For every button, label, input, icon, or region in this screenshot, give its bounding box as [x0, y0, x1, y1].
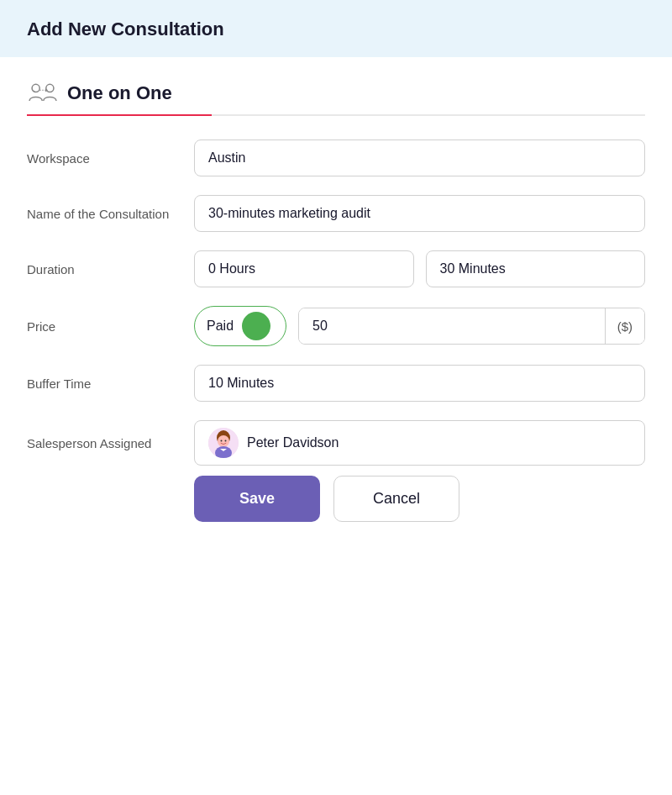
consultation-form: Workspace Name of the Consultation Durat… — [27, 140, 645, 466]
svg-point-6 — [218, 435, 229, 447]
tab-section: One on One — [27, 81, 645, 116]
salesperson-label: Salesperson Assigned — [27, 434, 174, 452]
salesperson-row: Salesperson Assigned — [27, 420, 645, 466]
consultation-name-input[interactable] — [194, 195, 645, 232]
page-title: Add New Consultation — [27, 18, 224, 39]
avatar — [208, 428, 239, 458]
consultation-name-row: Name of the Consultation — [27, 195, 645, 232]
one-on-one-icon — [27, 81, 59, 106]
workspace-row: Workspace — [27, 140, 645, 176]
price-row: Price Paid ($) — [27, 306, 645, 346]
tab-label: One on One — [67, 82, 172, 104]
actions-row: Save Cancel — [27, 476, 645, 522]
svg-point-1 — [46, 84, 54, 92]
duration-inputs — [194, 250, 645, 287]
salesperson-input-wrapper[interactable]: Peter Davidson — [194, 420, 645, 466]
price-amount-wrapper: ($) — [298, 308, 645, 345]
form-content: One on One Workspace Name of the Consult… — [0, 57, 672, 549]
price-inputs: Paid ($) — [194, 306, 645, 346]
save-button[interactable]: Save — [194, 476, 320, 522]
page-header: Add New Consultation — [0, 0, 672, 57]
buffer-time-label: Buffer Time — [27, 375, 174, 392]
workspace-label: Workspace — [27, 150, 174, 167]
buffer-time-input[interactable] — [194, 365, 645, 402]
buffer-time-row: Buffer Time — [27, 365, 645, 402]
svg-point-0 — [32, 84, 39, 92]
price-toggle-container[interactable]: Paid — [194, 306, 286, 346]
duration-minutes-input[interactable] — [426, 250, 646, 287]
price-currency-label: ($) — [605, 308, 644, 344]
consultation-name-label: Name of the Consultation — [27, 205, 174, 223]
duration-row: Duration — [27, 250, 645, 287]
cancel-button[interactable]: Cancel — [333, 476, 459, 522]
tab-row: One on One — [27, 81, 645, 116]
price-toggle-switch[interactable] — [242, 312, 270, 340]
salesperson-name: Peter Davidson — [247, 435, 339, 450]
price-toggle-label: Paid — [207, 319, 234, 334]
svg-point-8 — [221, 440, 223, 442]
price-label: Price — [27, 318, 174, 335]
price-amount-input[interactable] — [299, 308, 605, 344]
duration-label: Duration — [27, 261, 174, 278]
svg-point-9 — [225, 440, 227, 442]
tab-active-indicator — [27, 114, 212, 116]
duration-hours-input[interactable] — [194, 250, 414, 287]
workspace-input[interactable] — [194, 140, 645, 176]
